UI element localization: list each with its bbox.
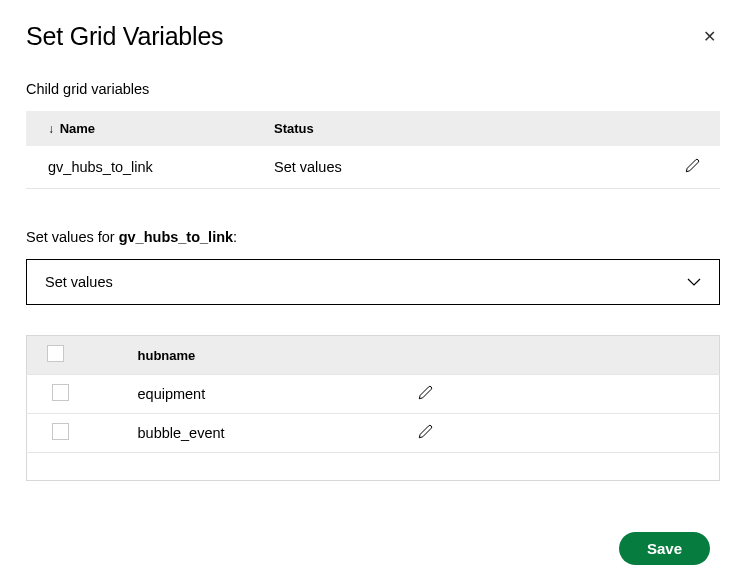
set-values-label: Set values for gv_hubs_to_link: bbox=[26, 229, 720, 245]
table-row: gv_hubs_to_link Set values bbox=[26, 146, 720, 189]
set-values-dropdown[interactable]: Set values bbox=[26, 259, 720, 305]
close-button[interactable]: ✕ bbox=[695, 23, 724, 50]
row-checkbox[interactable] bbox=[52, 384, 69, 401]
save-button[interactable]: Save bbox=[619, 532, 710, 565]
dialog-header: Set Grid Variables ✕ bbox=[26, 22, 724, 51]
edit-icon[interactable] bbox=[418, 385, 433, 403]
empty-row bbox=[27, 453, 720, 481]
dropdown-value: Set values bbox=[45, 274, 113, 290]
chevron-down-icon bbox=[687, 274, 701, 290]
column-header-hubname[interactable]: hubname bbox=[83, 336, 410, 375]
child-grid-label: Child grid variables bbox=[26, 81, 720, 97]
edit-icon[interactable] bbox=[418, 424, 433, 442]
table-row: equipment bbox=[27, 375, 720, 414]
row-checkbox[interactable] bbox=[52, 423, 69, 440]
cell-name: gv_hubs_to_link bbox=[26, 146, 266, 189]
scroll-area[interactable]: Child grid variables ↓ Name Status gv_hu… bbox=[26, 81, 724, 514]
edit-icon[interactable] bbox=[685, 158, 700, 176]
cell-status: Set values bbox=[266, 146, 670, 189]
column-header-status[interactable]: Status bbox=[266, 111, 670, 146]
child-grid-table: ↓ Name Status gv_hubs_to_link Set values bbox=[26, 111, 720, 189]
cell-hubname: equipment bbox=[83, 375, 410, 414]
hubname-table: hubname equipment bbox=[26, 335, 720, 481]
sort-down-icon: ↓ bbox=[48, 122, 54, 136]
close-icon: ✕ bbox=[703, 28, 716, 45]
dialog-title: Set Grid Variables bbox=[26, 22, 223, 51]
set-grid-variables-dialog: Set Grid Variables ✕ Child grid variable… bbox=[0, 0, 750, 583]
select-all-checkbox[interactable] bbox=[47, 345, 64, 362]
select-all-cell bbox=[27, 336, 83, 375]
dialog-footer: Save bbox=[26, 514, 724, 583]
table-row: bubble_event bbox=[27, 414, 720, 453]
column-header-name[interactable]: ↓ Name bbox=[26, 111, 266, 146]
cell-hubname: bubble_event bbox=[83, 414, 410, 453]
